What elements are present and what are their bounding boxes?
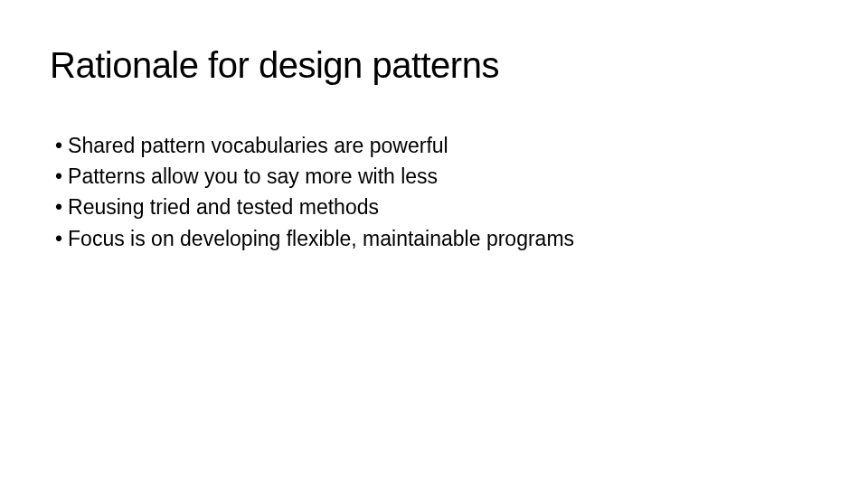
slide-container: Rationale for design patterns • Shared p… xyxy=(0,0,868,488)
bullet-marker: • xyxy=(55,192,62,221)
bullet-list: • Shared pattern vocabularies are powerf… xyxy=(50,131,818,253)
bullet-text: Shared pattern vocabularies are powerful xyxy=(68,131,818,160)
bullet-item: • Focus is on developing flexible, maint… xyxy=(55,224,818,253)
bullet-item: • Patterns allow you to say more with le… xyxy=(55,162,818,191)
bullet-text: Reusing tried and tested methods xyxy=(68,192,818,221)
bullet-item: • Shared pattern vocabularies are powerf… xyxy=(55,131,818,160)
bullet-marker: • xyxy=(55,131,62,160)
bullet-item: • Reusing tried and tested methods xyxy=(55,192,818,221)
bullet-marker: • xyxy=(55,224,62,253)
bullet-text: Focus is on developing flexible, maintai… xyxy=(68,224,818,253)
slide-title: Rationale for design patterns xyxy=(50,45,818,86)
bullet-text: Patterns allow you to say more with less xyxy=(68,162,818,191)
bullet-marker: • xyxy=(55,162,62,191)
